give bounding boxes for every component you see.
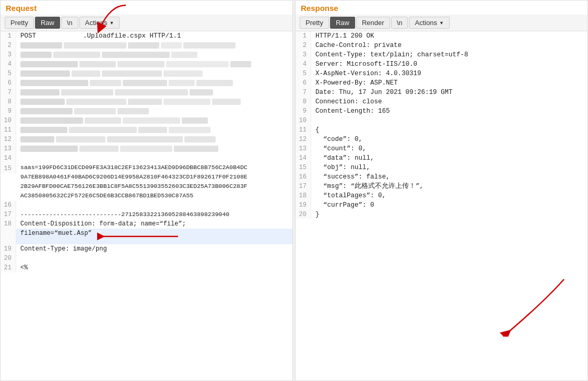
code-line: 7Date: Thu, 17 Jun 2021 09:26:19 GMT bbox=[296, 88, 587, 97]
code-line: 4 bbox=[1, 59, 292, 69]
code-line: 19 “currPage”: 0 bbox=[296, 200, 587, 210]
code-line: 5 bbox=[1, 69, 292, 78]
code-line: 6X-Powered-By: ASP.NET bbox=[296, 78, 587, 88]
code-line: 9 bbox=[1, 106, 292, 116]
tab-actions-request[interactable]: Actions bbox=[79, 17, 120, 29]
tab-actions-response[interactable]: Actions bbox=[409, 17, 450, 29]
request-code-area[interactable]: 1 POST .Uploadfile.cspx HTTP/1.1 2 3 bbox=[1, 31, 292, 380]
code-line: 18 Content-Disposition: form-data; name=… bbox=[1, 219, 292, 229]
request-title: Request bbox=[1, 1, 292, 15]
response-code-area[interactable]: 1HTTP/1.1 200 OK 2Cache-Control: private… bbox=[296, 31, 587, 380]
arrow-response bbox=[483, 274, 567, 339]
code-line: 20} bbox=[296, 210, 587, 219]
code-line: 17 “msg”: “此格式不允许上传！”, bbox=[296, 182, 587, 191]
code-line: 18 “totalPages”: 0, bbox=[296, 191, 587, 200]
response-title: Response bbox=[296, 1, 587, 15]
code-line: 14 “data”: null, bbox=[296, 153, 587, 163]
tab-pretty-request[interactable]: Pretty bbox=[5, 17, 34, 29]
code-line-highlighted: filename=“muet.Asp” bbox=[1, 229, 292, 244]
code-line: 11{ bbox=[296, 125, 587, 135]
code-line: 16 “success”: false, bbox=[296, 172, 587, 182]
code-line: 10 bbox=[296, 116, 587, 125]
code-line: 1HTTP/1.1 200 OK bbox=[296, 31, 587, 41]
code-line: 14 bbox=[1, 153, 292, 163]
code-line: 7 bbox=[1, 88, 292, 97]
code-line: 1 POST .Uploadfile.cspx HTTP/1.1 bbox=[1, 31, 292, 41]
code-line: 8 bbox=[1, 97, 292, 106]
code-line: 21 <% bbox=[1, 263, 292, 272]
code-line: 20 bbox=[1, 254, 292, 263]
code-line: 6 bbox=[1, 78, 292, 88]
code-line: 3Content-Type: text/plain; charset=utf-8 bbox=[296, 50, 587, 59]
code-line: 4Server: Microsoft-IIS/10.0 bbox=[296, 59, 587, 69]
code-line: 5X-AspNet-Version: 4.0.30319 bbox=[296, 69, 587, 78]
tab-pretty-response[interactable]: Pretty bbox=[300, 17, 329, 29]
code-line: 12 bbox=[1, 135, 292, 144]
code-line: 19 Content-Type: image/png bbox=[1, 244, 292, 254]
code-line: 15 “obj”: null, bbox=[296, 163, 587, 172]
code-line: 10 bbox=[1, 116, 292, 125]
code-line: 2Cache-Control: private bbox=[296, 41, 587, 50]
response-panel: Response Pretty Raw Render \n Actions 1H… bbox=[295, 0, 588, 381]
code-line: 9Content-Length: 165 bbox=[296, 106, 587, 116]
response-toolbar: Pretty Raw Render \n Actions bbox=[296, 15, 587, 31]
code-line: 17 ----------------------------271258332… bbox=[1, 210, 292, 219]
code-line: 2 bbox=[1, 41, 292, 50]
arrow-filename bbox=[97, 229, 181, 244]
code-line: 11 bbox=[1, 125, 292, 135]
tab-raw-request[interactable]: Raw bbox=[35, 17, 60, 29]
tab-newline-response[interactable]: \n bbox=[391, 17, 408, 29]
code-line: 3 bbox=[1, 50, 292, 59]
code-line: 13 bbox=[1, 144, 292, 153]
code-line: 16 bbox=[1, 200, 292, 210]
tab-newline-request[interactable]: \n bbox=[61, 17, 78, 29]
code-line: 13 “count”: 0, bbox=[296, 144, 587, 153]
code-line: 8Connection: close bbox=[296, 97, 587, 106]
request-toolbar: Pretty Raw \n Actions bbox=[1, 15, 292, 31]
request-panel: Request Pretty Raw \n Actions 1 POST .Up… bbox=[0, 0, 293, 381]
tab-render-response[interactable]: Render bbox=[356, 17, 390, 29]
code-line: 12 “code”: 0, bbox=[296, 135, 587, 144]
code-line-saas: 15 saas=199FD6C31DECD09FE3A318C2EF136234… bbox=[1, 163, 292, 200]
tab-raw-response[interactable]: Raw bbox=[330, 17, 355, 29]
